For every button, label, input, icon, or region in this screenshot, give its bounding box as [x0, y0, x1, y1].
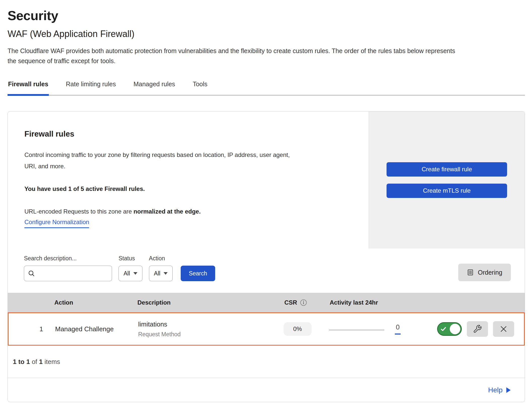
search-filter-group: Search description...	[24, 255, 112, 281]
firewall-rules-card: Firewall rules Control incoming traffic …	[8, 111, 525, 402]
check-icon	[440, 326, 447, 332]
activity-count-link[interactable]: 0	[395, 323, 401, 335]
rule-enabled-toggle[interactable]	[437, 322, 462, 336]
action-value: All	[154, 270, 161, 277]
rule-description-cell: limitations Request Method	[138, 320, 284, 338]
action-label: Action	[149, 255, 173, 262]
search-icon	[28, 270, 35, 277]
chevron-down-icon	[164, 272, 168, 275]
page-subtitle: WAF (Web Application Firewall)	[8, 29, 525, 39]
header-description: Description	[137, 299, 284, 306]
page-title: Security	[8, 8, 525, 23]
actions-panel: Create firewall rule Create mTLS rule	[369, 111, 525, 249]
security-waf-page: Security WAF (Web Application Firewall) …	[8, 8, 525, 402]
ordering-list-icon	[467, 269, 474, 276]
create-firewall-rule-button[interactable]: Create firewall rule	[387, 162, 507, 177]
help-row: Help	[8, 378, 525, 402]
rule-priority: 1	[27, 325, 55, 333]
waf-tabs: Firewall rules Rate limiting rules Manag…	[8, 77, 525, 96]
help-link[interactable]: Help	[488, 386, 511, 394]
csr-badge: 0%	[284, 322, 312, 336]
activity-sparkline	[329, 330, 384, 330]
ordering-button[interactable]: Ordering	[458, 264, 511, 281]
tab-tools[interactable]: Tools	[192, 77, 208, 95]
section-description: Control incoming traffic to your zone by…	[24, 149, 299, 172]
page-description: The Cloudflare WAF provides both automat…	[8, 46, 461, 66]
tab-managed-rules[interactable]: Managed rules	[133, 77, 175, 95]
header-action: Action	[54, 299, 137, 306]
table-header: Action Description CSR Activity last 24h…	[8, 293, 525, 312]
help-arrow-icon	[506, 387, 511, 393]
search-button[interactable]: Search	[181, 266, 215, 281]
close-icon	[499, 325, 508, 333]
delete-rule-button[interactable]	[493, 321, 514, 337]
help-label: Help	[488, 386, 503, 394]
info-icon[interactable]	[300, 299, 307, 306]
tab-firewall-rules[interactable]: Firewall rules	[8, 77, 49, 95]
toggle-knob	[450, 324, 460, 334]
rule-csr-cell: 0%	[284, 322, 329, 336]
filter-bar: Search description... Status All Action	[8, 249, 525, 293]
create-mtls-rule-button[interactable]: Create mTLS rule	[387, 184, 507, 198]
action-dropdown[interactable]: All	[149, 266, 173, 281]
status-dropdown[interactable]: All	[119, 266, 142, 281]
configure-normalization-link[interactable]: Configure Normalization	[24, 219, 89, 228]
header-activity: Activity last 24hr	[330, 299, 438, 306]
rule-action: Managed Challenge	[55, 325, 138, 333]
rule-expression-field: Request Method	[138, 331, 284, 338]
firewall-rules-overview: Firewall rules Control incoming traffic …	[8, 111, 525, 249]
section-heading: Firewall rules	[24, 130, 354, 139]
rule-activity-cell: 0	[329, 323, 437, 335]
search-input[interactable]	[24, 266, 112, 281]
edit-rule-button[interactable]	[467, 321, 488, 337]
usage-text: You have used 1 of 5 active Firewall rul…	[24, 185, 354, 192]
rule-controls	[437, 321, 524, 337]
action-filter-group: Action All	[149, 255, 173, 281]
search-box	[24, 266, 112, 281]
firewall-rule-row: 1 Managed Challenge limitations Request …	[8, 312, 525, 346]
overview-content: Firewall rules Control incoming traffic …	[8, 111, 369, 249]
pagination-summary: 1 to 1 of 1 items	[8, 346, 525, 378]
header-csr: CSR	[284, 299, 330, 306]
search-label: Search description...	[24, 255, 112, 262]
tab-rate-limiting-rules[interactable]: Rate limiting rules	[65, 77, 117, 95]
status-value: All	[124, 270, 130, 277]
rule-description: limitations	[138, 320, 284, 328]
chevron-down-icon	[133, 272, 137, 275]
wrench-icon	[473, 324, 482, 334]
status-filter-group: Status All	[119, 255, 142, 281]
normalization-text: URL-encoded Requests to this zone are no…	[24, 208, 354, 215]
ordering-button-label: Ordering	[478, 269, 502, 276]
status-label: Status	[119, 255, 142, 262]
